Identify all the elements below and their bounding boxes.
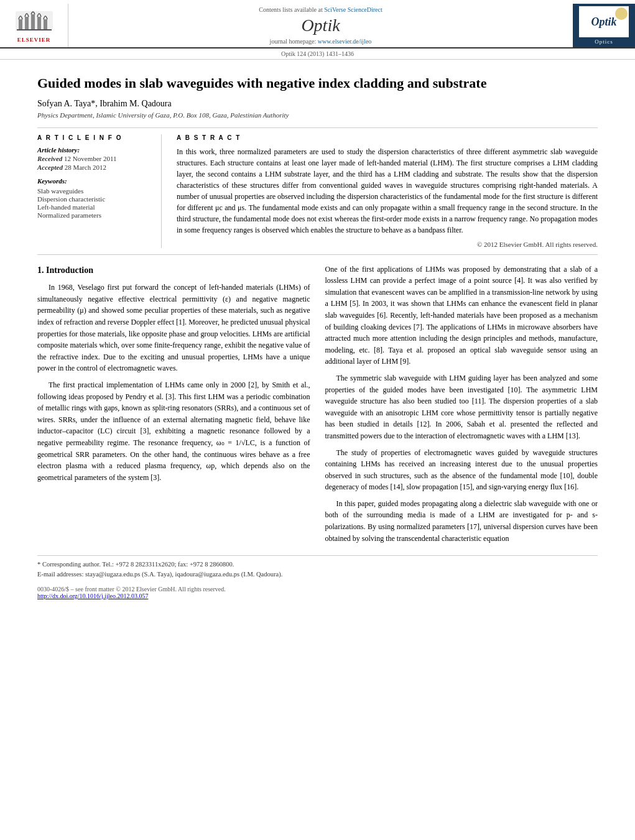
homepage-link[interactable]: www.elsevier.de/ijleo <box>318 38 372 45</box>
abstract-text: In this work, three normalized parameter… <box>177 146 598 236</box>
body-left-col: 1. Introduction In 1968, Veselago first … <box>37 264 310 550</box>
journal-header: ELSEVIER Contents lists available at Sci… <box>0 0 635 48</box>
keyword-1: Slab waveguides <box>37 187 152 195</box>
left-para-2: The first practical implementation of LH… <box>37 379 310 483</box>
sciverse-line: Contents lists available at SciVerse Sci… <box>259 6 382 13</box>
article-info-heading: A R T I C L E I N F O <box>37 134 152 141</box>
paper-title: Guided modes in slab waveguides with neg… <box>37 75 598 93</box>
elsevier-tree-icon <box>9 8 59 34</box>
affiliation: Physics Department, Islamic University o… <box>37 111 598 119</box>
article-info-panel: A R T I C L E I N F O Article history: R… <box>37 134 162 248</box>
accepted-row: Accepted 28 March 2012 <box>37 164 152 171</box>
paper-content: Guided modes in slab waveguides with neg… <box>0 75 635 603</box>
received-label: Received <box>37 155 62 162</box>
journal-name: Optik <box>301 16 340 35</box>
copyright-line: © 2012 Elsevier GmbH. All rights reserve… <box>177 241 598 248</box>
right-para-4: In this paper, guided modes propagating … <box>325 498 598 544</box>
abstract-heading: A B S T R A C T <box>177 134 598 141</box>
svg-rect-4 <box>37 17 41 29</box>
optik-logo-label: Optics <box>595 39 613 45</box>
received-date: 12 November 2011 <box>64 155 117 162</box>
elsevier-logo: ELSEVIER <box>0 4 68 47</box>
optik-logo-box: Optik Optics <box>573 4 635 47</box>
right-para-1: One of the first applications of LHMs wa… <box>325 264 598 367</box>
keywords-label: Keywords: <box>37 177 152 185</box>
email-label: E-mail addresses: <box>37 571 83 578</box>
svg-rect-1 <box>19 19 22 29</box>
svg-rect-3 <box>31 14 35 29</box>
keyword-2: Dispersion characteristic <box>37 195 152 203</box>
article-info-abstract: A R T I C L E I N F O Article history: R… <box>37 127 598 255</box>
journal-center: Contents lists available at SciVerse Sci… <box>68 4 573 47</box>
authors: Sofyan A. Taya*, Ibrahim M. Qadoura <box>37 99 598 109</box>
keyword-3: Left-handed material <box>37 203 152 211</box>
abstract-panel: A B S T R A C T In this work, three norm… <box>174 134 598 248</box>
received-row: Received 12 November 2011 <box>37 155 152 162</box>
section1-title: 1. Introduction <box>37 264 310 277</box>
right-para-2: The symmetric slab waveguide with LHM gu… <box>325 372 598 442</box>
license-text: 0030-4026/$ – see front matter © 2012 El… <box>37 586 598 593</box>
svg-rect-2 <box>25 17 29 29</box>
svg-rect-5 <box>44 19 47 29</box>
keywords-section: Keywords: Slab waveguides Dispersion cha… <box>37 177 152 219</box>
accepted-date: 28 March 2012 <box>65 164 106 171</box>
left-para-1: In 1968, Veselago first put forward the … <box>37 282 310 374</box>
body-two-col: 1. Introduction In 1968, Veselago first … <box>37 264 598 550</box>
footnote-emails: E-mail addresses: staya@iugaza.edu.ps (S… <box>37 570 598 579</box>
bottom-footer: 0030-4026/$ – see front matter © 2012 El… <box>37 586 598 603</box>
journal-id: Optik 124 (2013) 1431–1436 <box>0 48 635 60</box>
doi-link[interactable]: http://dx.doi.org/10.1016/j.ijleo.2012.0… <box>37 593 148 599</box>
accepted-label: Accepted <box>37 164 63 171</box>
svg-rect-6 <box>17 29 52 30</box>
homepage-line: journal homepage: www.elsevier.de/ijleo <box>270 38 372 45</box>
right-para-3: The study of properties of electromagnet… <box>325 447 598 493</box>
keyword-4: Normalized parameters <box>37 211 152 219</box>
footnote-corresponding: * Corresponding author. Tel.: +972 8 282… <box>37 560 598 570</box>
emails: staya@iugaza.edu.ps (S.A. Taya), iqadour… <box>85 571 282 578</box>
optik-logo-icon: Optik <box>579 6 629 37</box>
history-label: Article history: <box>37 146 152 154</box>
sciverse-link[interactable]: SciVerse ScienceDirect <box>324 6 382 13</box>
footnote-area: * Corresponding author. Tel.: +972 8 282… <box>37 555 598 579</box>
elsevier-label: ELSEVIER <box>17 37 51 43</box>
body-right-col: One of the first applications of LHMs wa… <box>325 264 598 550</box>
